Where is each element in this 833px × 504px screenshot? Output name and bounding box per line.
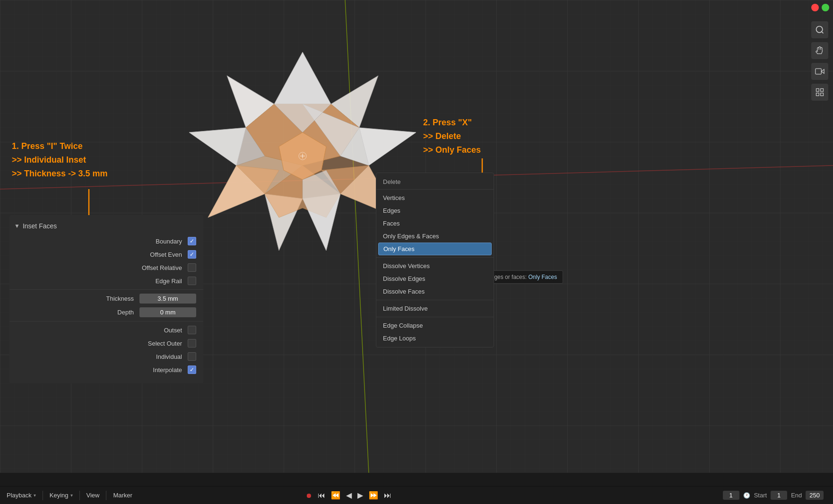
panel-header: ▼ Inset Faces xyxy=(9,220,203,235)
menu-item-limited-dissolve[interactable]: Limited Dissolve xyxy=(376,302,494,315)
panel-row-edge-rail: Edge Rail xyxy=(9,274,203,287)
individual-label: Individual xyxy=(19,353,188,360)
current-frame[interactable]: 1 xyxy=(723,491,739,500)
inset-faces-panel: ▼ Inset Faces Boundary Offset Even Offse… xyxy=(9,215,203,383)
frame-info: 1 🕐 Start 1 End 250 xyxy=(723,491,824,500)
tooltip-highlight: Only Faces xyxy=(528,274,557,280)
clock-icon: 🕐 xyxy=(743,492,750,499)
prev-frame-button[interactable]: ◀ xyxy=(345,489,353,501)
outset-label: Outset xyxy=(19,327,188,334)
select-outer-checkbox[interactable] xyxy=(188,339,196,348)
delete-context-menu: Delete Vertices Edges Faces Only Edges &… xyxy=(376,173,494,348)
camera-tool-button[interactable] xyxy=(811,63,828,80)
menu-separator-1 xyxy=(376,257,494,258)
maximize-button[interactable] xyxy=(822,4,829,11)
panel-row-offset-relative: Offset Relative xyxy=(9,261,203,274)
menu-separator-3 xyxy=(376,317,494,317)
menu-item-vertices[interactable]: Vertices xyxy=(376,191,494,204)
panel-row-interpolate: Interpolate xyxy=(9,363,203,376)
outset-checkbox[interactable] xyxy=(188,326,196,334)
window-controls xyxy=(811,4,829,11)
marker-menu[interactable]: Marker xyxy=(106,487,139,504)
offset-even-checkbox[interactable] xyxy=(188,250,196,259)
svg-rect-38 xyxy=(821,89,824,92)
start-label: Start xyxy=(754,492,767,499)
thickness-label: Thickness xyxy=(19,295,139,302)
delete-menu-title: Delete xyxy=(376,175,494,190)
menu-item-dissolve-faces[interactable]: Dissolve Faces xyxy=(376,285,494,298)
menu-item-only-edges-faces[interactable]: Only Edges & Faces xyxy=(376,230,494,243)
panel-row-thickness: Thickness xyxy=(9,292,203,305)
interpolate-label: Interpolate xyxy=(19,366,188,374)
depth-label: Depth xyxy=(19,309,139,316)
jump-end-button[interactable]: ⏭ xyxy=(382,490,393,501)
panel-row-individual: Individual xyxy=(9,350,203,363)
record-button[interactable]: ⏺ xyxy=(304,490,313,501)
boundary-checkbox[interactable] xyxy=(188,237,196,245)
keying-menu[interactable]: Keying ▾ xyxy=(43,487,79,504)
panel-title: Inset Faces xyxy=(23,222,57,230)
instruction-left: 1. Press "I" Twice >> Individual Inset >… xyxy=(12,139,108,180)
menu-item-only-faces[interactable]: Only Faces xyxy=(378,243,492,255)
individual-checkbox[interactable] xyxy=(188,352,196,361)
svg-rect-39 xyxy=(821,93,824,96)
panel-row-offset-even: Offset Even xyxy=(9,248,203,261)
edge-rail-label: Edge Rail xyxy=(19,278,188,285)
view-menu[interactable]: View xyxy=(80,487,106,504)
svg-point-33 xyxy=(816,26,823,33)
panel-row-select-outer: Select Outer xyxy=(9,337,203,350)
svg-marker-35 xyxy=(821,70,824,73)
search-tool-button[interactable] xyxy=(811,21,828,38)
svg-rect-40 xyxy=(816,93,819,96)
panel-row-boundary: Boundary xyxy=(9,235,203,248)
panel-row-outset: Outset xyxy=(9,323,203,337)
panel-collapse-triangle[interactable]: ▼ xyxy=(14,223,20,229)
menu-item-edge-loops[interactable]: Edge Loops xyxy=(376,332,494,345)
instruction-right: 2. Press "X" >> Delete >> Only Faces xyxy=(423,116,481,156)
boundary-label: Boundary xyxy=(19,238,188,245)
end-frame[interactable]: 250 xyxy=(806,491,824,500)
menu-item-edges[interactable]: Edges xyxy=(376,204,494,217)
step-back-button[interactable]: ⏪ xyxy=(330,489,342,501)
right-toolbar xyxy=(811,21,828,101)
edge-rail-checkbox[interactable] xyxy=(188,277,196,285)
start-frame[interactable]: 1 xyxy=(771,491,787,500)
next-frame-button[interactable]: ⏩ xyxy=(367,489,380,501)
thickness-input[interactable] xyxy=(139,294,196,304)
play-forward-button[interactable]: ▶ xyxy=(356,489,364,501)
offset-relative-label: Offset Relative xyxy=(19,264,188,271)
svg-rect-36 xyxy=(816,69,822,74)
menu-separator-2 xyxy=(376,300,494,300)
end-label: End xyxy=(791,492,802,499)
playback-controls: ⏺ ⏮ ⏪ ◀ ▶ ⏩ ⏭ xyxy=(304,489,393,501)
select-outer-label: Select Outer xyxy=(19,340,188,347)
menu-item-dissolve-edges[interactable]: Dissolve Edges xyxy=(376,272,494,285)
svg-line-34 xyxy=(822,32,824,34)
3d-viewport[interactable]: 1. Press "I" Twice >> Individual Inset >… xyxy=(0,0,833,473)
hand-tool-button[interactable] xyxy=(811,42,828,59)
menu-item-edge-collapse[interactable]: Edge Collapse xyxy=(376,319,494,332)
grid-tool-button[interactable] xyxy=(811,84,828,101)
playback-menu[interactable]: Playback ▾ xyxy=(0,487,43,504)
menu-item-dissolve-vertices[interactable]: Dissolve Vertices xyxy=(376,260,494,272)
offset-even-label: Offset Even xyxy=(19,251,188,258)
menu-item-faces[interactable]: Faces xyxy=(376,217,494,230)
jump-start-button[interactable]: ⏮ xyxy=(316,490,327,501)
panel-row-depth: Depth xyxy=(9,305,203,319)
interpolate-checkbox[interactable] xyxy=(188,365,196,374)
status-bar: Playback ▾ Keying ▾ View Marker ⏺ ⏮ ⏪ ◀ … xyxy=(0,486,833,504)
depth-input[interactable] xyxy=(139,307,196,317)
close-button[interactable] xyxy=(811,4,819,11)
offset-relative-checkbox[interactable] xyxy=(188,263,196,272)
svg-rect-37 xyxy=(816,89,819,92)
